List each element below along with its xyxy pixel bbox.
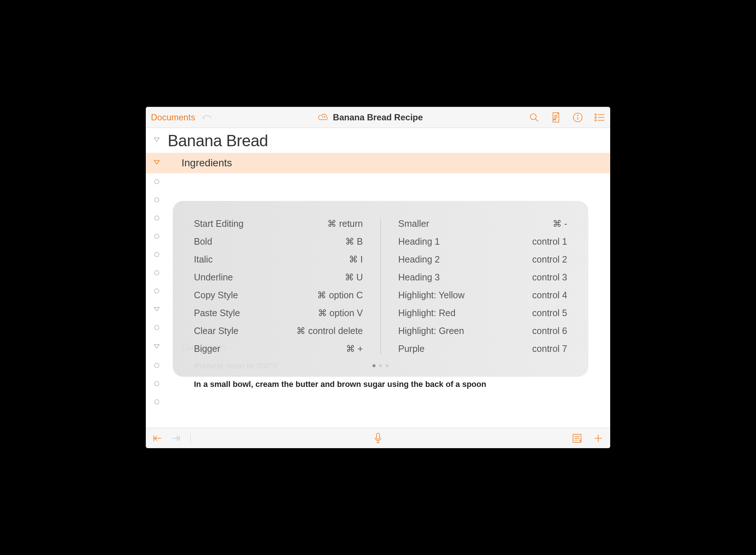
document-content: Banana Bread Ingredients Directions Preh… <box>146 128 610 428</box>
cloud-sync-icon <box>318 112 329 123</box>
svg-point-3 <box>595 114 596 115</box>
bullet-icon <box>154 325 160 332</box>
svg-point-0 <box>530 114 536 120</box>
direction-step-row[interactable]: In a small bowl, cream the butter and br… <box>146 375 610 393</box>
overlay-page-indicator[interactable] <box>194 364 567 367</box>
shortcut-row: Heading 1control 1 <box>398 236 568 247</box>
shortcut-row: Bold⌘ B <box>194 236 363 247</box>
svg-point-4 <box>595 117 596 118</box>
bullet-icon <box>154 215 160 222</box>
shortcut-row: Heading 2control 2 <box>398 254 568 265</box>
bullet-icon <box>154 288 160 295</box>
view-options-button[interactable] <box>594 112 605 123</box>
shortcut-row: Bigger⌘ + <box>194 344 363 354</box>
shortcut-row: Italic⌘ I <box>194 254 363 265</box>
ingredients-section-row[interactable]: Ingredients <box>146 153 610 173</box>
shortcut-row: Purplecontrol 7 <box>398 344 568 354</box>
divider <box>190 433 191 443</box>
bullet-icon <box>154 399 160 406</box>
svg-point-12 <box>155 289 159 293</box>
svg-point-7 <box>155 198 159 202</box>
shortcut-row: Highlight: Redcontrol 5 <box>398 308 568 318</box>
note-button[interactable] <box>572 433 582 444</box>
shortcuts-left-column: Start Editing⌘ return Bold⌘ B Italic⌘ I … <box>194 218 381 354</box>
shortcuts-right-column: Smaller⌘ - Heading 1control 1 Heading 2c… <box>381 218 568 354</box>
disclosure-triangle-icon[interactable] <box>153 160 160 166</box>
svg-point-13 <box>155 325 159 330</box>
svg-point-9 <box>155 234 159 238</box>
svg-point-6 <box>155 179 159 184</box>
bullet-icon <box>154 233 160 241</box>
svg-point-16 <box>155 400 159 404</box>
keyboard-shortcuts-overlay: Start Editing⌘ return Bold⌘ B Italic⌘ I … <box>173 201 588 377</box>
svg-point-11 <box>155 271 159 275</box>
bullet-icon <box>154 362 160 370</box>
document-heading[interactable]: Banana Bread <box>168 128 268 153</box>
search-button[interactable] <box>529 112 539 123</box>
svg-point-8 <box>155 216 159 220</box>
shortcut-row: Smaller⌘ - <box>398 218 568 229</box>
bullet-icon <box>154 252 160 259</box>
page-dot[interactable] <box>373 364 375 367</box>
shortcut-row: Paste Style⌘ option V <box>194 308 363 318</box>
shortcut-row: Underline⌘ U <box>194 272 363 283</box>
svg-point-5 <box>595 120 596 121</box>
indent-button[interactable] <box>170 433 181 444</box>
svg-rect-17 <box>377 433 379 439</box>
list-item[interactable] <box>146 173 610 191</box>
bullet-icon <box>154 197 160 204</box>
page-dot[interactable] <box>379 364 382 367</box>
shortcut-row: Clear Style⌘ control delete <box>194 326 363 336</box>
list-item[interactable] <box>146 393 610 412</box>
outline-title-row[interactable]: Banana Bread <box>146 128 610 153</box>
dictation-button[interactable] <box>373 433 383 444</box>
info-button[interactable] <box>572 112 583 123</box>
app-window: Documents Banana Bread Recipe <box>146 107 610 448</box>
bullet-icon <box>154 270 160 277</box>
documents-back-button[interactable]: Documents <box>151 112 195 123</box>
bullet-icon <box>154 381 160 388</box>
add-button[interactable] <box>593 433 604 444</box>
bottom-toolbar <box>146 428 610 448</box>
ingredients-heading[interactable]: Ingredients <box>168 157 232 169</box>
top-toolbar: Documents Banana Bread Recipe <box>146 107 610 128</box>
shortcut-row: Highlight: Yellowcontrol 4 <box>398 290 568 300</box>
outdent-button[interactable] <box>152 433 163 444</box>
svg-point-10 <box>155 252 159 257</box>
shortcut-row: Heading 3control 3 <box>398 272 568 283</box>
bullet-icon <box>154 179 160 186</box>
disclosure-triangle-icon[interactable] <box>153 137 160 144</box>
page-dot[interactable] <box>386 364 389 367</box>
shortcut-row: Start Editing⌘ return <box>194 218 363 229</box>
shortcut-row: Highlight: Greencontrol 6 <box>398 326 568 336</box>
document-title: Banana Bread Recipe <box>333 112 423 123</box>
undo-button[interactable] <box>202 112 213 123</box>
disclosure-triangle-icon[interactable] <box>153 344 160 350</box>
shortcut-row: Copy Style⌘ option C <box>194 290 363 300</box>
tools-button[interactable] <box>550 112 561 123</box>
direction-step-text[interactable]: In a small bowl, cream the butter and br… <box>168 378 486 391</box>
svg-point-2 <box>577 115 578 116</box>
svg-point-15 <box>155 381 159 386</box>
svg-point-14 <box>155 363 159 368</box>
disclosure-triangle-icon[interactable] <box>153 307 160 313</box>
